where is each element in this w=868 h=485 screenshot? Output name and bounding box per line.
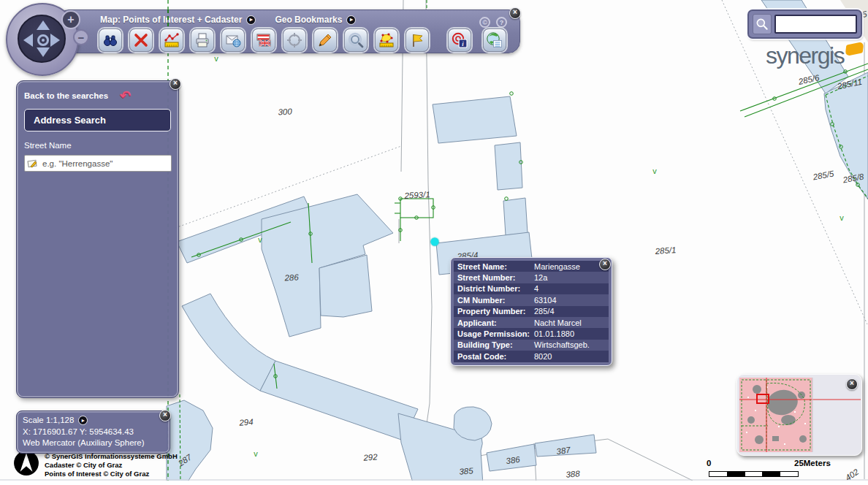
popup-row: Building Type:Wirtschaftsgeb. (454, 340, 609, 351)
pan-up-arrow-icon[interactable] (37, 20, 50, 30)
overview-map-widget[interactable]: × (736, 374, 862, 456)
popup-row: Property Number:285/4 (454, 306, 609, 317)
map-scalebar: 0 25Meters (701, 459, 840, 482)
panel-close-button[interactable]: × (170, 78, 181, 90)
hotlink-info-button[interactable]: i (448, 28, 471, 52)
address-search-title: Address Search (24, 109, 171, 131)
pan-right-arrow-icon[interactable] (50, 34, 60, 47)
popup-attribute-table: Street Name:MariengasseStreet Number:12a… (454, 261, 609, 362)
toolbar-menus: Map: Points of Interest + Cadaster ▸ Geo… (100, 15, 356, 25)
popup-row: Street Name:Mariengasse (454, 261, 609, 272)
crosshair-icon (286, 31, 303, 49)
binoculars-icon (102, 31, 119, 49)
red-x-icon (132, 31, 150, 49)
copyright-badge[interactable]: © (479, 17, 490, 28)
logo-leaf-icon (845, 42, 864, 56)
popup-close-button[interactable]: × (599, 259, 611, 270)
popup-row: Applicant:Nacht Marcel (454, 317, 609, 328)
scalebar-bar (709, 471, 799, 477)
scalebar-start-label: 0 (707, 459, 711, 467)
print-button[interactable] (191, 28, 214, 52)
envelope-globe-icon (224, 31, 242, 49)
main-toolbar: Map: Points of Interest + Cadaster ▸ Geo… (57, 9, 520, 53)
pencil-icon (316, 31, 334, 49)
map-credits: © SynerGIS Informationssysteme GmbH Cada… (13, 450, 178, 478)
help-button[interactable]: ? (496, 17, 507, 28)
pan-zoom-control: + − (6, 3, 88, 79)
draw-button[interactable] (313, 28, 337, 52)
pan-center-icon[interactable] (37, 34, 49, 46)
map-menu-expand-icon[interactable]: ▸ (246, 15, 256, 25)
credit-line-2: Cadaster © City of Graz (45, 461, 178, 470)
pan-down-arrow-icon[interactable] (37, 47, 50, 57)
pan-wheel[interactable] (18, 15, 66, 63)
search-button[interactable] (753, 14, 772, 34)
street-name-label: Street Name (24, 141, 171, 150)
language-button[interactable] (252, 28, 275, 52)
magnifier-circle-icon (347, 31, 365, 49)
overview-close-button[interactable]: × (846, 378, 858, 390)
synergis-logo: synergis (766, 44, 863, 67)
popup-row: Usage Permission:01.01.1880 (454, 328, 609, 339)
cadaster-line-over-toolbar (167, 9, 169, 27)
locate-button[interactable] (283, 28, 306, 52)
measure-line-icon (163, 31, 180, 49)
scale-coordinates-panel: × Scale 1:1,128 ▸ X: 1716901.67 Y: 59546… (16, 410, 170, 454)
search-icon (755, 17, 769, 31)
zoom-selection-button[interactable] (344, 28, 368, 52)
scale-expand-icon[interactable]: ▸ (78, 416, 88, 425)
globe-legend-icon (486, 31, 503, 49)
popup-row: Street Number:12a (454, 272, 609, 283)
note-map-icon (27, 158, 39, 172)
scalebar-end-label: 25Meters (794, 459, 831, 467)
street-name-input[interactable] (24, 155, 172, 172)
address-search-panel: × Back to the searches ↶ Address Search … (16, 80, 179, 398)
flag-marker-button[interactable] (406, 28, 429, 52)
search-input[interactable] (774, 15, 857, 34)
projection-label: Web Mercator (Auxiliary Sphere) (23, 438, 164, 449)
back-to-searches-link[interactable]: Back to the searches (24, 91, 108, 100)
printer-icon (194, 31, 211, 49)
scale-value: Scale 1:1,128 (23, 415, 74, 427)
measure-area-button[interactable] (375, 28, 398, 52)
zoom-out-button[interactable]: − (73, 29, 89, 45)
measure-line-button[interactable] (160, 28, 183, 52)
back-arrow-icon[interactable]: ↶ (120, 91, 131, 100)
target-info-icon: i (451, 31, 468, 49)
clear-selection-button[interactable] (129, 28, 153, 52)
find-button[interactable] (99, 28, 122, 52)
app-window: 3002593/1286285/4285/1294292287385386387… (0, 0, 868, 485)
geo-bookmarks-expand-icon[interactable]: ▸ (346, 15, 356, 25)
north-arrow-icon (13, 450, 39, 476)
scale-panel-close-button[interactable]: × (159, 410, 171, 421)
pan-left-arrow-icon[interactable] (23, 34, 33, 47)
popup-row: District Number:4 (454, 283, 609, 294)
flag-icon (408, 31, 426, 49)
popup-row: CM Number:63104 (454, 294, 609, 305)
tool-buttons: i (99, 28, 514, 52)
flags-icon (255, 31, 273, 49)
credit-line-1: © SynerGIS Informationssysteme GmbH (45, 452, 178, 461)
zoom-in-button[interactable]: + (61, 10, 80, 29)
quick-search-widget (747, 9, 862, 39)
popup-row: Postal Code:8020 (454, 351, 609, 362)
measure-area-icon (378, 31, 395, 49)
legend-button[interactable] (483, 28, 506, 52)
overview-map-image (737, 375, 862, 456)
feature-info-popup: × Street Name:MariengasseStreet Number:1… (450, 257, 612, 366)
logo-text: synergis (766, 44, 844, 67)
toolbar-close-button[interactable]: × (509, 7, 521, 19)
send-map-button[interactable] (221, 28, 245, 52)
map-menu-label[interactable]: Map: Points of Interest + Cadaster (100, 15, 242, 25)
coordinates-readout: X: 1716901.67 Y: 5954634.43 (23, 427, 164, 438)
credit-line-3: Points of Interest © City of Graz (45, 470, 178, 478)
geo-bookmarks-label[interactable]: Geo Bookmarks (275, 15, 342, 25)
